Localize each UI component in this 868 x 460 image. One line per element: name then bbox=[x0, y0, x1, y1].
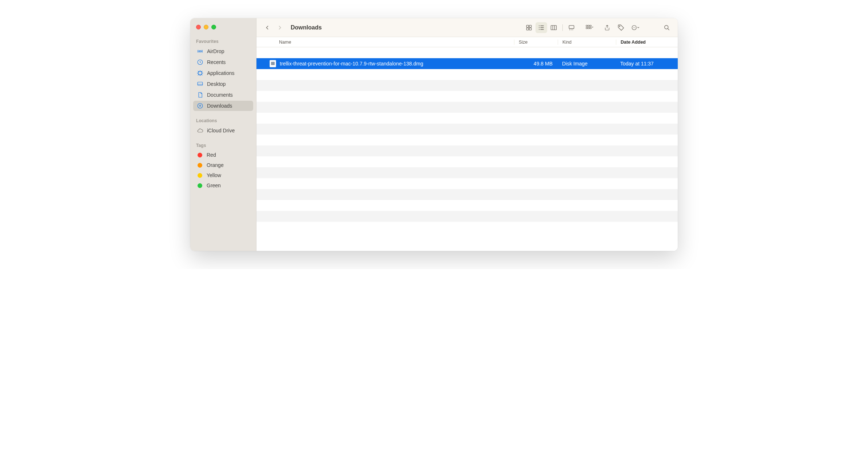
column-header-name[interactable]: Name bbox=[256, 40, 514, 45]
tag-dot-icon bbox=[198, 153, 202, 157]
dmg-file-icon bbox=[270, 60, 276, 67]
list-row-empty bbox=[256, 47, 678, 58]
sidebar-item-label: AirDrop bbox=[207, 48, 224, 54]
list-row-empty bbox=[256, 222, 678, 233]
list-row-empty bbox=[256, 167, 678, 178]
sidebar-item-airdrop[interactable]: AirDrop bbox=[193, 46, 253, 56]
document-icon bbox=[197, 92, 203, 98]
sidebar-section-tags: Tags Red Orange Yellow Green bbox=[190, 140, 256, 195]
sidebar-section-title: Favourites bbox=[190, 37, 256, 45]
sidebar: Favourites AirDrop Recents Applications bbox=[190, 18, 256, 251]
sidebar-item-label: Desktop bbox=[207, 81, 226, 87]
sidebar-item-documents[interactable]: Documents bbox=[193, 90, 253, 100]
svg-rect-18 bbox=[590, 27, 592, 29]
list-row-empty bbox=[256, 145, 678, 156]
main-pane: Downloads bbox=[256, 18, 678, 251]
svg-point-8 bbox=[539, 25, 539, 26]
fullscreen-window-button[interactable] bbox=[211, 25, 216, 29]
sidebar-section-locations: Locations iCloud Drive bbox=[190, 115, 256, 140]
sidebar-tag-yellow[interactable]: Yellow bbox=[193, 171, 253, 180]
column-header-size[interactable]: Size bbox=[514, 40, 558, 45]
svg-point-24 bbox=[665, 25, 668, 29]
tag-dot-icon bbox=[198, 163, 202, 168]
column-view-button[interactable] bbox=[548, 22, 560, 33]
column-headers: Name Size Kind Date Added bbox=[256, 37, 678, 47]
cloud-icon bbox=[197, 127, 203, 134]
tag-dot-icon bbox=[198, 183, 202, 188]
list-row-empty bbox=[256, 102, 678, 113]
svg-rect-5 bbox=[529, 25, 531, 27]
svg-rect-15 bbox=[590, 25, 592, 27]
svg-point-9 bbox=[539, 27, 539, 28]
view-switcher bbox=[523, 22, 577, 33]
file-list: trellix-threat-prevention-for-mac-10.7.9… bbox=[256, 47, 678, 251]
sidebar-tag-green[interactable]: Green bbox=[193, 181, 253, 190]
list-row-empty bbox=[256, 211, 678, 222]
svg-rect-11 bbox=[551, 25, 557, 30]
back-button[interactable] bbox=[262, 22, 273, 33]
svg-point-23 bbox=[635, 27, 635, 28]
finder-window: Favourites AirDrop Recents Applications bbox=[190, 18, 678, 251]
svg-rect-7 bbox=[529, 28, 531, 30]
tag-dot-icon bbox=[198, 173, 202, 178]
column-header-kind[interactable]: Kind bbox=[558, 40, 616, 45]
svg-point-19 bbox=[619, 26, 620, 27]
close-window-button[interactable] bbox=[196, 25, 201, 29]
gallery-view-button[interactable] bbox=[566, 22, 577, 33]
sidebar-item-desktop[interactable]: Desktop bbox=[193, 79, 253, 89]
file-size: 49.8 MB bbox=[514, 61, 558, 67]
applications-icon bbox=[197, 70, 203, 76]
list-view-button[interactable] bbox=[535, 22, 547, 33]
svg-rect-4 bbox=[526, 25, 529, 27]
search-button[interactable] bbox=[661, 22, 673, 33]
file-row[interactable]: trellix-threat-prevention-for-mac-10.7.9… bbox=[256, 58, 678, 69]
sidebar-tag-red[interactable]: Red bbox=[193, 150, 253, 160]
sidebar-item-label: Applications bbox=[207, 70, 235, 76]
sidebar-section-favourites: Favourites AirDrop Recents Applications bbox=[190, 36, 256, 115]
icon-view-button[interactable] bbox=[523, 22, 535, 33]
sidebar-item-label: Downloads bbox=[207, 103, 232, 109]
forward-button[interactable] bbox=[274, 22, 286, 33]
list-row-empty bbox=[256, 69, 678, 80]
list-row-empty bbox=[256, 189, 678, 200]
svg-rect-13 bbox=[586, 25, 588, 27]
tags-button[interactable] bbox=[615, 22, 627, 33]
sidebar-section-title: Tags bbox=[190, 141, 256, 149]
file-name: trellix-threat-prevention-for-mac-10.7.9… bbox=[280, 61, 423, 67]
toolbar: Downloads bbox=[256, 18, 678, 37]
list-row-empty bbox=[256, 80, 678, 91]
airdrop-icon bbox=[197, 48, 203, 55]
svg-rect-2 bbox=[198, 82, 203, 85]
svg-rect-17 bbox=[588, 27, 589, 29]
column-header-date[interactable]: Date Added bbox=[616, 40, 678, 45]
list-row-empty bbox=[256, 135, 678, 145]
list-row-empty bbox=[256, 91, 678, 102]
sidebar-item-label: Yellow bbox=[207, 172, 221, 178]
svg-rect-6 bbox=[526, 28, 529, 30]
svg-point-0 bbox=[199, 51, 201, 52]
list-row-empty bbox=[256, 113, 678, 124]
sidebar-item-recents[interactable]: Recents bbox=[193, 57, 253, 67]
separator bbox=[562, 24, 563, 31]
folder-title: Downloads bbox=[291, 24, 322, 31]
sidebar-item-label: Green bbox=[207, 183, 221, 188]
sidebar-item-label: Red bbox=[207, 152, 216, 158]
clock-icon bbox=[197, 59, 203, 65]
sidebar-section-title: Locations bbox=[190, 117, 256, 125]
nav-arrows bbox=[262, 22, 286, 33]
list-row-empty bbox=[256, 178, 678, 189]
sidebar-tag-orange[interactable]: Orange bbox=[193, 160, 253, 170]
list-row-empty bbox=[256, 156, 678, 167]
share-button[interactable] bbox=[601, 22, 613, 33]
desktop-icon bbox=[197, 81, 203, 87]
window-controls bbox=[190, 22, 256, 36]
downloads-icon bbox=[197, 103, 203, 109]
more-actions-button[interactable] bbox=[629, 22, 642, 33]
svg-rect-14 bbox=[588, 25, 589, 27]
group-by-button[interactable] bbox=[583, 22, 596, 33]
sidebar-item-applications[interactable]: Applications bbox=[193, 68, 253, 78]
minimize-window-button[interactable] bbox=[204, 25, 208, 29]
sidebar-item-icloud[interactable]: iCloud Drive bbox=[193, 125, 253, 136]
sidebar-item-downloads[interactable]: Downloads bbox=[193, 101, 253, 111]
sidebar-item-label: Documents bbox=[207, 92, 233, 98]
